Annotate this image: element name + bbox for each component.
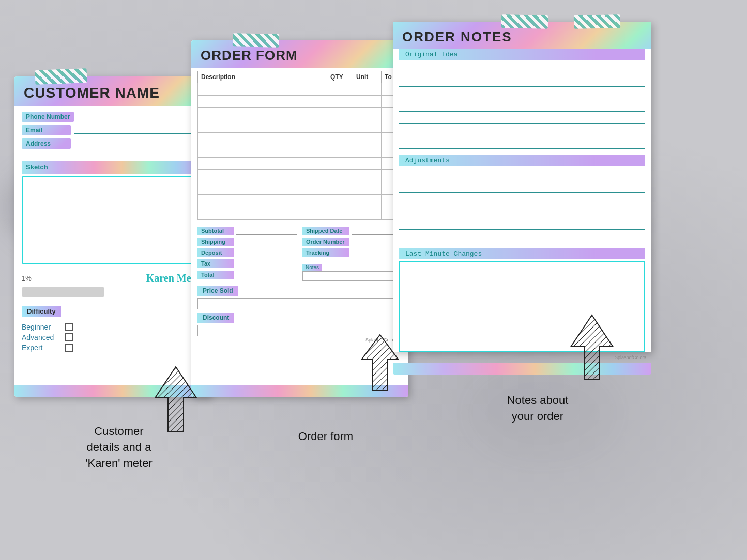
deposit-row: Deposit: [197, 248, 297, 257]
field-row-email: Email: [22, 125, 204, 135]
diff-row-advanced: Advanced: [22, 333, 204, 341]
karen-section: 1% Karen Meter: [14, 268, 211, 306]
field-row-phone: Phone Number: [22, 112, 204, 122]
order-table: Description QTY Unit To: [197, 71, 402, 220]
customer-card-title: CUSTOMER NAME: [24, 85, 202, 101]
field-row-address: Address: [22, 138, 204, 149]
email-line: [74, 127, 204, 134]
subtotal-line: [236, 227, 297, 235]
advanced-checkbox[interactable]: [65, 333, 73, 341]
address-label: Address: [22, 138, 71, 149]
svg-marker-1: [155, 367, 196, 431]
shipped-date-row: Shipped Date: [302, 227, 402, 235]
table-row: [198, 195, 402, 207]
tax-line: [236, 260, 297, 267]
beginner-checkbox[interactable]: [65, 323, 73, 331]
subtotal-row: Subtotal: [197, 227, 297, 235]
table-row: [198, 145, 402, 158]
customer-card: CUSTOMER NAME Phone Number Email Address…: [14, 76, 211, 397]
deposit-line: [236, 249, 297, 256]
advanced-label: Advanced: [22, 333, 63, 341]
svg-marker-3: [362, 335, 398, 390]
deposit-label: Deposit: [197, 248, 234, 257]
diff-row-beginner: Beginner: [22, 323, 204, 331]
order-card-header: ORDER FORM: [191, 40, 408, 68]
table-row: [198, 83, 402, 96]
svg-marker-5: [571, 315, 613, 380]
tax-row: Tax: [197, 259, 297, 268]
expert-label: Expert: [22, 344, 63, 352]
shipping-line: [236, 238, 297, 245]
sketch-section: Sketch: [22, 161, 204, 264]
order-table-container: Description QTY Unit To: [191, 68, 408, 223]
beginner-label: Beginner: [22, 323, 63, 331]
sketch-box: [22, 176, 204, 264]
original-idea-lines: [393, 62, 651, 151]
col-qty: QTY: [327, 71, 353, 83]
adjustments-lines: [393, 168, 651, 244]
discount-label: Discount: [197, 313, 234, 323]
tracking-label: Tracking: [302, 248, 349, 257]
arrow-3-icon: [569, 310, 615, 382]
original-idea-header: Original Idea: [399, 49, 645, 60]
arrow-3-container: [569, 310, 615, 384]
phone-line: [77, 113, 204, 120]
table-row: [198, 96, 402, 108]
tax-label: Tax: [197, 259, 234, 268]
difficulty-label: Difficulty: [22, 306, 61, 317]
address-line: [74, 140, 204, 147]
table-row: [198, 170, 402, 182]
table-row: [198, 158, 402, 170]
total-label: Total: [197, 271, 234, 279]
expert-checkbox[interactable]: [65, 344, 73, 352]
customer-fields: Phone Number Email Address: [14, 106, 211, 157]
email-label: Email: [22, 125, 71, 135]
col-description: Description: [198, 71, 327, 83]
shipping-row: Shipping: [197, 238, 297, 246]
annotation-3-text: Notes aboutyour order: [507, 394, 569, 423]
table-row: [198, 182, 402, 195]
order-number-label: Order Number: [302, 238, 349, 246]
karen-meter-bar: [22, 287, 104, 297]
summary-left: Subtotal Shipping Deposit Tax Total: [197, 227, 297, 282]
adjustments-header: Adjustments: [399, 155, 645, 166]
summary-section: Subtotal Shipping Deposit Tax Total: [191, 223, 408, 286]
annotation-2: Order form: [274, 429, 377, 445]
tracking-row: Tracking: [302, 248, 402, 257]
notes-mini-box: [302, 271, 402, 281]
total-line: [236, 271, 297, 278]
notes-card: ORDER NOTES Original Idea Adjustments La…: [393, 22, 651, 352]
difficulty-section: Difficulty Beginner Advanced Expert: [14, 306, 211, 352]
arrow-1-icon: [153, 362, 199, 434]
notes-card-title: ORDER NOTES: [402, 29, 642, 45]
arrow-2-container: [359, 331, 401, 395]
arrow-2-icon: [359, 331, 401, 393]
sketch-label: Sketch: [26, 163, 48, 171]
table-row: [198, 207, 402, 220]
table-row: [198, 133, 402, 145]
table-row: [198, 120, 402, 133]
annotation-1-text: Customerdetails and a'Karen' meter: [85, 425, 152, 470]
order-card-title: ORDER FORM: [201, 48, 399, 64]
notes-mini-label: Notes: [302, 264, 322, 271]
annotation-3: Notes aboutyour order: [476, 393, 600, 425]
price-sold-box: [197, 298, 402, 309]
annotation-2-text: Order form: [298, 430, 353, 443]
table-row: [198, 108, 402, 120]
notes-mini-area: Notes: [302, 262, 402, 281]
annotation-1: Customerdetails and a'Karen' meter: [62, 424, 176, 471]
total-row: Total: [197, 271, 297, 279]
shipped-date-label: Shipped Date: [302, 227, 349, 235]
karen-percent: 1%: [22, 274, 32, 282]
order-number-row: Order Number: [302, 238, 402, 246]
price-sold-label: Price Sold: [197, 286, 238, 296]
subtotal-label: Subtotal: [197, 227, 234, 235]
last-minute-header: Last Minute Changes: [399, 248, 645, 259]
table-header-row: Description QTY Unit To: [198, 71, 402, 83]
diff-row-expert: Expert: [22, 344, 204, 352]
phone-label: Phone Number: [22, 112, 74, 122]
col-unit: Unit: [353, 71, 382, 83]
summary-right: Shipped Date Order Number Tracking Notes: [302, 227, 402, 282]
shipping-label: Shipping: [197, 238, 234, 246]
